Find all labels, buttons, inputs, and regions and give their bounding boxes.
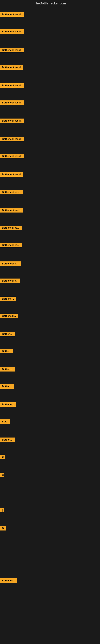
bottleneck-label-1: Bottleneck result xyxy=(0,12,24,17)
bottleneck-label-5: Bottleneck result xyxy=(0,83,24,88)
bottleneck-label-12: Bottleneck result xyxy=(0,208,23,212)
bottleneck-label-8: Bottleneck result xyxy=(0,137,24,141)
bottleneck-label-27: B xyxy=(0,473,3,477)
result-row-23: Bottleneck r xyxy=(0,402,16,408)
result-row-14: Bottleneck result xyxy=(0,243,22,248)
bottleneck-label-14: Bottleneck result xyxy=(0,243,22,247)
result-row-8: Bottleneck result xyxy=(0,137,24,142)
site-title-wrapper: TheBottlenecker.com xyxy=(0,0,100,7)
result-row-7: Bottleneck result xyxy=(0,118,24,124)
result-row-15: Bottleneck result xyxy=(0,262,21,267)
bottleneck-label-16: Bottleneck result xyxy=(0,278,20,283)
result-row-27: B xyxy=(0,473,3,478)
bottleneck-label-24: Bottler xyxy=(0,420,10,424)
result-row-17: Bottleneck r xyxy=(0,297,16,302)
result-row-26: Bo xyxy=(0,454,5,460)
result-row-12: Bottleneck result xyxy=(0,208,23,213)
bottleneck-label-26: Bo xyxy=(0,454,5,459)
result-row-13: Bottleneck result xyxy=(0,226,22,231)
bottleneck-label-13: Bottleneck result xyxy=(0,226,22,230)
result-row-28: | xyxy=(0,508,3,513)
result-row-9: Bottleneck result xyxy=(0,154,24,159)
bottleneck-label-17: Bottleneck r xyxy=(0,297,16,301)
bottleneck-label-19: Bottleneck xyxy=(0,332,15,336)
bottleneck-label-9: Bottleneck result xyxy=(0,154,24,158)
bottleneck-label-11: Bottleneck result xyxy=(0,190,23,194)
result-row-25: Bottleneck xyxy=(0,438,15,443)
bottleneck-label-7: Bottleneck result xyxy=(0,118,24,123)
bottleneck-label-21: Bottleneck xyxy=(0,367,15,372)
results-container: Bottleneck resultBottleneck resultBottle… xyxy=(0,7,100,643)
result-row-3: Bottleneck result xyxy=(0,48,24,53)
bottleneck-label-28: | xyxy=(0,508,3,512)
result-row-10: Bottleneck result xyxy=(0,172,23,178)
site-title: TheBottlenecker.com xyxy=(34,0,66,7)
bottleneck-label-15: Bottleneck result xyxy=(0,262,21,266)
result-row-5: Bottleneck result xyxy=(0,83,24,88)
bottleneck-label-6: Bottleneck result xyxy=(0,100,24,105)
bottleneck-label-20: Bottlene xyxy=(0,349,13,354)
bottleneck-label-29: Bot xyxy=(0,526,6,530)
bottleneck-label-23: Bottleneck r xyxy=(0,402,16,407)
result-row-18: Bottleneck resu xyxy=(0,314,18,319)
result-row-16: Bottleneck result xyxy=(0,278,20,284)
result-row-22: Bottlenec xyxy=(0,384,14,390)
bottleneck-label-25: Bottleneck xyxy=(0,438,15,442)
result-row-11: Bottleneck result xyxy=(0,190,23,195)
result-row-19: Bottleneck xyxy=(0,332,15,337)
result-row-29: Bot xyxy=(0,526,6,531)
bottleneck-label-30: Bottleneck re xyxy=(0,578,17,583)
bottleneck-label-3: Bottleneck result xyxy=(0,48,24,52)
result-row-30: Bottleneck re xyxy=(0,578,17,584)
result-row-6: Bottleneck result xyxy=(0,100,24,106)
result-row-20: Bottlene xyxy=(0,349,13,354)
bottleneck-label-10: Bottleneck result xyxy=(0,172,23,177)
result-row-2: Bottleneck result xyxy=(0,30,24,34)
result-row-1: Bottleneck result xyxy=(0,12,24,18)
result-row-21: Bottleneck xyxy=(0,367,15,372)
bottleneck-label-2: Bottleneck result xyxy=(0,30,24,34)
bottleneck-label-4: Bottleneck result xyxy=(0,65,23,70)
result-row-4: Bottleneck result xyxy=(0,65,23,70)
bottleneck-label-22: Bottlenec xyxy=(0,384,14,388)
bottleneck-label-18: Bottleneck resu xyxy=(0,314,18,318)
result-row-24: Bottler xyxy=(0,420,10,425)
